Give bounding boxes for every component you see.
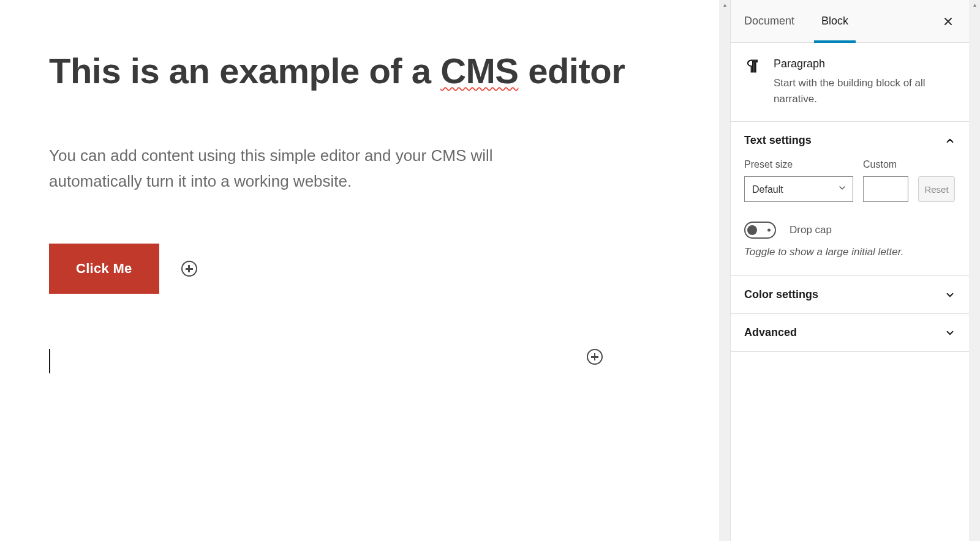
empty-paragraph-block[interactable] (49, 349, 670, 373)
preset-size-label: Preset size (744, 159, 853, 170)
editor-canvas[interactable]: This is an example of a CMS editor You c… (0, 0, 719, 541)
drop-cap-row: Drop cap (744, 222, 956, 239)
toggle-dot (767, 229, 771, 232)
paragraph-icon (744, 58, 761, 106)
chevron-down-icon (944, 327, 956, 338)
title-spellcheck-word: CMS (440, 51, 518, 91)
block-info-text: Paragraph Start with the building block … (774, 58, 956, 106)
close-sidebar-button[interactable] (937, 10, 959, 32)
preset-size-select-wrap: Default (744, 176, 853, 202)
block-type-description: Start with the building block of all nar… (774, 75, 956, 106)
tab-block[interactable]: Block (808, 0, 862, 42)
preset-size-field: Preset size Default (744, 159, 853, 202)
post-title[interactable]: This is an example of a CMS editor (49, 49, 670, 94)
preset-size-select[interactable]: Default (744, 176, 853, 202)
custom-size-label: Custom (863, 159, 908, 170)
panel-header-text-settings[interactable]: Text settings (731, 122, 969, 159)
tab-document[interactable]: Document (731, 0, 808, 42)
panel-color-settings: Color settings (731, 276, 969, 314)
block-type-title: Paragraph (774, 58, 956, 70)
panel-title-color-settings: Color settings (744, 288, 818, 301)
custom-size-input[interactable] (863, 176, 908, 202)
custom-size-field: Custom (863, 159, 908, 202)
button-block-row: Click Me (49, 244, 670, 294)
close-icon (942, 15, 954, 28)
block-info-section: Paragraph Start with the building block … (731, 43, 969, 122)
paragraph-block[interactable]: You can add content using this simple ed… (49, 143, 551, 195)
cms-button[interactable]: Click Me (49, 244, 159, 294)
drop-cap-help-text: Toggle to show a large initial letter. (744, 246, 956, 258)
panel-body-text-settings: Preset size Default Custom Reset (731, 159, 969, 275)
add-block-icon[interactable] (181, 261, 197, 277)
panel-advanced: Advanced (731, 314, 969, 352)
sidebar-scrollbar[interactable] (969, 0, 980, 541)
settings-sidebar: Document Block Paragraph Start with the … (730, 0, 969, 541)
panel-title-advanced: Advanced (744, 326, 797, 339)
reset-font-size-button[interactable]: Reset (918, 176, 955, 202)
chevron-down-icon (944, 289, 956, 300)
toggle-knob (747, 225, 757, 235)
chevron-up-icon (944, 135, 956, 146)
panel-text-settings: Text settings Preset size Default (731, 122, 969, 276)
panel-header-advanced[interactable]: Advanced (731, 314, 969, 351)
add-block-icon[interactable] (587, 349, 603, 365)
editor-scrollbar[interactable] (719, 0, 730, 541)
sidebar-tabs: Document Block (731, 0, 969, 43)
panel-header-color-settings[interactable]: Color settings (731, 276, 969, 313)
panel-title-text-settings: Text settings (744, 134, 812, 147)
font-size-row: Preset size Default Custom Reset (744, 159, 956, 202)
title-text-post: editor (519, 51, 625, 91)
title-text-pre: This is an example of a (49, 51, 440, 91)
drop-cap-toggle[interactable] (744, 222, 776, 239)
drop-cap-label: Drop cap (790, 224, 832, 236)
